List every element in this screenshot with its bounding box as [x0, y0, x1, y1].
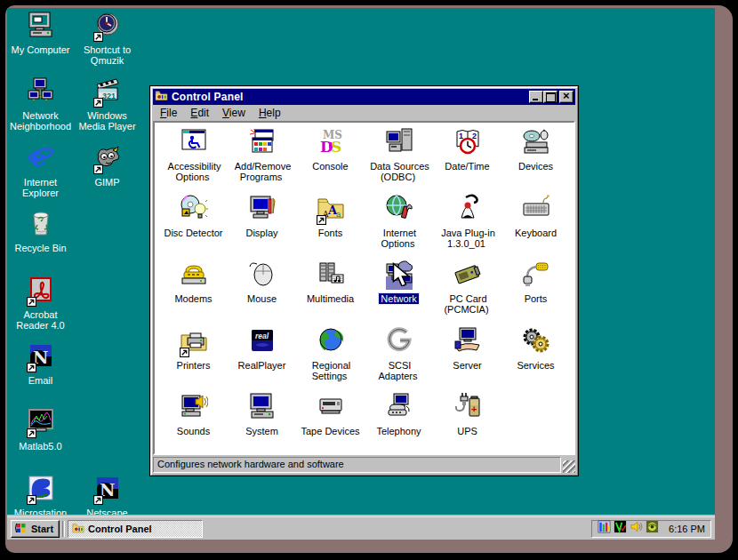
virus-shield-icon[interactable] [614, 520, 627, 537]
control-panel-window: Control Panel FileEditViewHelp Accessibi… [149, 85, 579, 476]
sounds-icon [180, 392, 208, 420]
cp-item-label: PC Card (PCMCIA) [434, 293, 501, 315]
cp-item-internet-options[interactable]: Internet Options [365, 194, 432, 249]
desktop-icon-netscape[interactable]: NNetscape [75, 474, 140, 518]
status-text: Configures network hardware and software [153, 457, 561, 473]
my-computer-icon [27, 11, 55, 39]
cp-item-modems[interactable]: Modems [160, 260, 227, 304]
cp-item-label: Server [434, 360, 501, 371]
cp-item-services[interactable]: Services [502, 326, 569, 371]
cp-item-pc-card-pcmcia-[interactable]: PC Card (PCMCIA) [434, 260, 501, 315]
menu-view[interactable]: View [216, 106, 253, 121]
close-button[interactable] [559, 91, 574, 103]
cp-item-devices[interactable]: Devices [502, 127, 569, 172]
devices-icon [522, 143, 550, 158]
cp-item-data-sources-odbc-[interactable]: Data Sources (ODBC) [365, 127, 432, 182]
cp-item-telephony[interactable]: Telephony [365, 392, 432, 436]
cp-item-server[interactable]: Server [434, 326, 501, 371]
desktop-icon-my-computer[interactable]: My Computer [8, 11, 73, 55]
cp-item-label: Keyboard [502, 228, 569, 238]
svg-text:a: a [336, 210, 341, 219]
media-player-icon: 321 [93, 92, 122, 108]
display-icon [248, 210, 277, 225]
menu-help[interactable]: Help [253, 106, 288, 121]
internet-options-icon [385, 210, 413, 225]
keyboard-icon [522, 210, 550, 225]
cp-item-display[interactable]: Display [229, 194, 295, 238]
cp-item-label: RealPlayer [229, 360, 295, 371]
cp-item-sounds[interactable]: Sounds [160, 392, 227, 436]
control-panel-folder-icon [155, 89, 168, 106]
desktop-icon-label: Acrobat Reader 4.0 [8, 309, 73, 331]
desktop-icon-email[interactable]: NEmail [8, 341, 73, 386]
taskbar-task-control-panel[interactable]: Control Panel [68, 520, 203, 538]
volume-icon[interactable] [630, 520, 643, 537]
taskbar-clock[interactable]: 6:16 PM [669, 524, 705, 534]
cp-item-label: Services [502, 360, 569, 371]
desktop-icon-matlab5-0[interactable]: Matlab5.0 [8, 407, 73, 452]
microstation-icon [27, 490, 55, 505]
start-button[interactable]: Start [11, 520, 60, 538]
svg-text:S: S [331, 138, 341, 156]
cp-item-console[interactable]: MSDSConsole [297, 127, 364, 172]
windows-flag-icon [14, 521, 28, 535]
mouse-icon [248, 276, 277, 291]
resource-meter-icon[interactable] [598, 520, 611, 537]
maximize-button[interactable] [543, 91, 558, 103]
titlebar[interactable]: Control Panel [153, 89, 575, 105]
regional-settings-icon [317, 326, 345, 355]
desktop-icon-recycle-bin[interactable]: Recycle Bin [8, 209, 73, 253]
desktop-icon-network-neighborhood[interactable]: Network Neighborhood [8, 76, 73, 132]
cp-item-mouse[interactable]: Mouse [229, 260, 295, 304]
display-settings-icon[interactable] [646, 520, 659, 537]
cp-item-disc-detector[interactable]: Disc Detector [160, 194, 227, 238]
desktop-icon-internet-explorer[interactable]: eInternet Explorer [8, 143, 73, 198]
minimize-button[interactable] [529, 91, 543, 103]
cp-item-label: Internet Options [365, 228, 432, 249]
console-icon: MSDS [317, 143, 345, 158]
cp-item-label: Data Sources (ODBC) [365, 161, 432, 182]
cp-item-java-plug-in-1-3-0-01[interactable]: Java Plug-in 1.3.0_01 [434, 194, 501, 249]
cp-item-regional-settings[interactable]: Regional Settings [297, 326, 364, 381]
cp-item-accessibility-options[interactable]: Accessibility Options [160, 127, 227, 182]
desktop-icon-shortcut-to-qmuzik[interactable]: Shortcut to Qmuzik [75, 11, 140, 66]
resize-grip-icon[interactable] [563, 460, 575, 473]
mouse-icon [248, 260, 277, 288]
cp-item-keyboard[interactable]: Keyboard [502, 194, 569, 238]
desktop-icon-gimp[interactable]: GIMP [75, 143, 140, 188]
cp-item-label: Devices [502, 161, 569, 172]
cp-item-fonts[interactable]: AaAFonts [297, 194, 364, 238]
cp-item-label: Network [365, 293, 432, 304]
cp-item-system[interactable]: System [229, 392, 295, 436]
shortcut-arrow-icon [93, 164, 103, 174]
realplayer-icon: real [248, 326, 277, 355]
cp-item-scsi-adapters[interactable]: SCSI Adapters [365, 326, 432, 381]
cp-item-date-time[interactable]: 12Date/Time [434, 127, 501, 172]
menu-edit[interactable]: Edit [184, 106, 216, 121]
desktop-icon-label: Windows Media Player [75, 110, 140, 132]
java-icon [453, 210, 482, 225]
volume-icon [630, 520, 643, 533]
fonts-icon: AaA [317, 210, 345, 225]
menu-file[interactable]: File [154, 106, 184, 121]
desktop-icon-label: Network Neighborhood [8, 110, 73, 132]
virus-shield-icon [614, 520, 627, 533]
taskbar: Start Control Panel 6:16 PM [7, 516, 715, 540]
desktop-icon-windows-media-player[interactable]: 321Windows Media Player [75, 76, 140, 132]
cp-item-tape-devices[interactable]: Tape Devices [297, 392, 364, 436]
svg-text:321: 321 [102, 92, 116, 100]
pc-card-icon [453, 260, 482, 288]
desktop-icon-label: Matlab5.0 [8, 441, 73, 452]
cp-item-realplayer[interactable]: realRealPlayer [229, 326, 295, 371]
desktop-icon-acrobat-reader-4-0[interactable]: Acrobat Reader 4.0 [8, 276, 73, 331]
cp-item-ups[interactable]: +UPS [434, 392, 501, 436]
desktop-icon-microstation[interactable]: Microstation [8, 474, 73, 518]
cp-item-ports[interactable]: Ports [502, 260, 569, 304]
system-icon [248, 392, 277, 420]
add-remove-programs-icon [248, 127, 277, 156]
cp-item-label: Telephony [365, 426, 432, 436]
cp-item-multimedia[interactable]: Multimedia [297, 260, 364, 304]
cp-item-add-remove-programs[interactable]: Add/Remove Programs [229, 127, 295, 182]
services-icon [522, 326, 550, 355]
cp-item-printers[interactable]: Printers [160, 326, 227, 371]
